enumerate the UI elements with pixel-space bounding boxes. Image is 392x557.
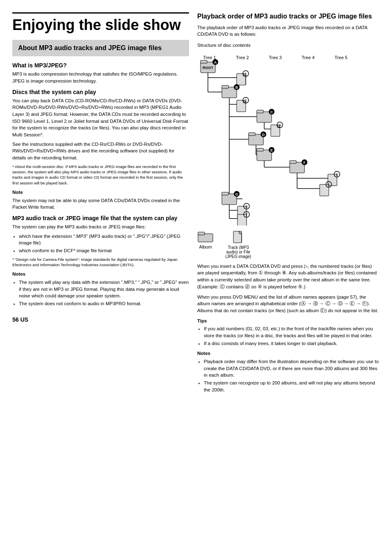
mp3-bullet-0: which have the extension ".MP3" (MP3 aud…: [19, 233, 189, 246]
diagram-label: Structure of disc contents: [197, 42, 380, 49]
rnotes-bullet-0: Playback order may differ from the illus…: [204, 358, 380, 379]
discs-footnote: * About the multi-session disc: If MP3 a…: [12, 164, 189, 186]
tips-bullets-list: If you add numbers (01, 02, 03, etc.) to…: [204, 325, 380, 347]
svg-rect-46: [249, 133, 255, 136]
mp3-body: The system can play the MP3 audio tracks…: [12, 223, 189, 230]
legend-track: Track (MP3 audio) or File (JPEG image): [222, 230, 255, 259]
mp3-bullets-list: which have the extension ".MP3" (MP3 aud…: [19, 233, 189, 254]
page-number: 56 US: [12, 315, 189, 324]
svg-text:7: 7: [245, 213, 247, 217]
album-label: Album: [199, 244, 212, 249]
legend-album: Album: [197, 230, 214, 249]
tree-diagram-area: Tree 1 Tree 2 Tree 3 Tree 4 Tree 5 ROOT …: [197, 53, 380, 226]
svg-rect-33: [257, 110, 263, 113]
svg-rect-52: [257, 148, 263, 151]
right-column: Playback order of MP3 audio tracks or JP…: [197, 12, 380, 545]
mp3-heading: MP3 audio track or JPEG image file that …: [12, 215, 189, 221]
notes2-bullet-1: The system does not conform to audio in …: [19, 300, 189, 307]
album-icon: [197, 230, 214, 243]
tree-diagram: Tree 1 Tree 2 Tree 3 Tree 4 Tree 5 ROOT …: [197, 53, 374, 226]
svg-text:1: 1: [244, 72, 247, 76]
right-heading: Playback order of MP3 audio tracks or JP…: [197, 12, 380, 21]
playback-para1: When you insert a DATA CD/DATA DVD and p…: [197, 263, 380, 290]
svg-text:3: 3: [279, 123, 281, 127]
svg-rect-58: [290, 161, 296, 163]
what-is-mp3-body: MP3 is audio compression technology that…: [12, 71, 189, 84]
svg-text:C: C: [270, 110, 273, 114]
svg-text:5: 5: [327, 183, 330, 187]
right-intro: The playback order of MP3 audio tracks o…: [197, 24, 380, 38]
svg-text:2: 2: [244, 99, 247, 103]
mp3-bullet-2: * "Design rule for Camera File system": …: [12, 257, 189, 268]
svg-text:Tree 4: Tree 4: [302, 55, 314, 60]
section-box: About MP3 audio tracks and JPEG image fi…: [12, 40, 189, 57]
svg-text:ROOT: ROOT: [203, 66, 214, 70]
note-heading: Note: [12, 189, 189, 196]
svg-text:Tree 5: Tree 5: [334, 55, 347, 60]
svg-text:F: F: [303, 161, 306, 165]
section-box-title: About MP3 audio tracks and JPEG image fi…: [18, 44, 183, 53]
svg-rect-89: [233, 231, 242, 243]
mp3-bullet-1: which conform to the DCF* image file for…: [19, 247, 189, 254]
notes2-heading: Notes: [12, 271, 189, 278]
notes2-bullets-list: The system will play any data with the e…: [19, 279, 189, 307]
tips-bullet-0: If you add numbers (01, 02, 03, etc.) to…: [204, 325, 380, 339]
svg-rect-20: [222, 85, 228, 88]
svg-text:E: E: [270, 148, 273, 152]
svg-rect-6: [201, 60, 207, 63]
svg-text:G: G: [235, 192, 238, 196]
svg-text:D: D: [262, 133, 265, 137]
svg-rect-88: [198, 232, 205, 235]
rnotes-bullet-1: The system can recognize up to 200 album…: [204, 380, 380, 393]
playback-para2: When you press DVD MENU and the list of …: [197, 294, 380, 314]
svg-text:Tree 2: Tree 2: [236, 55, 249, 60]
left-column: Enjoying the slide show About MP3 audio …: [12, 12, 189, 545]
svg-text:6: 6: [245, 205, 247, 209]
rnotes-bullets-list: Playback order may differ from the illus…: [204, 358, 380, 393]
track-icon: [233, 230, 244, 244]
svg-text:Tree 1: Tree 1: [203, 55, 216, 60]
svg-text:B: B: [235, 85, 238, 90]
discs-heading: Discs that the system can play: [12, 89, 189, 95]
legend-area: Album Track (MP3 audio) or File (JPEG im…: [197, 230, 380, 259]
discs-body: You can play back DATA CDs (CD-ROMs/CD-R…: [12, 97, 189, 138]
notes2-bullet-0: The system will play any data with the e…: [19, 279, 189, 299]
svg-text:Tree 3: Tree 3: [269, 55, 281, 60]
page-title: Enjoying the slide show: [12, 12, 189, 33]
track-label: Track (MP3 audio) or File (JPEG image): [222, 245, 255, 259]
tips-bullet-1: If a disc consists of many trees, it tak…: [204, 340, 380, 347]
svg-rect-74: [222, 192, 228, 195]
svg-text:4: 4: [336, 173, 338, 177]
discs-body2: See the instructions supplied with the C…: [12, 141, 189, 161]
rnotes-heading: Notes: [197, 350, 380, 357]
note-body: The system may not be able to play some …: [12, 197, 189, 211]
what-is-mp3-heading: What is MP3/JPEG?: [12, 62, 189, 69]
svg-text:A: A: [214, 60, 217, 64]
tips-heading: Tips: [197, 318, 380, 325]
